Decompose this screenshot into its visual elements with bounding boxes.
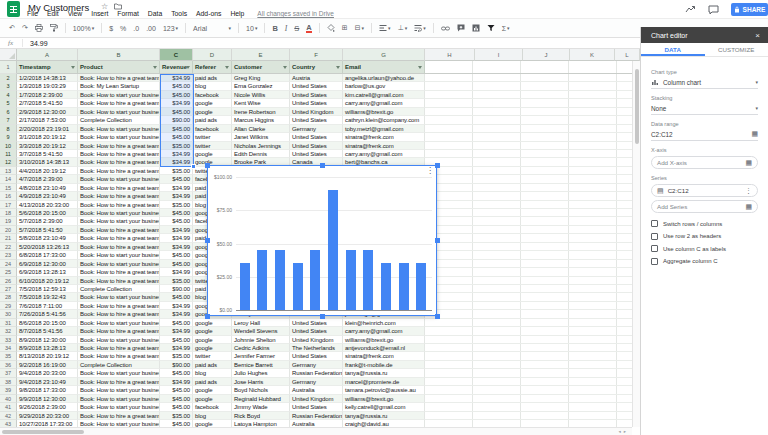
cell[interactable]: 4/13/2018 20:33:00 [17, 201, 78, 209]
cell[interactable]: Book: How to start your business? [78, 319, 160, 327]
cell[interactable]: Nicole Willis [232, 91, 290, 99]
insert-comment-icon[interactable] [457, 24, 465, 32]
cell[interactable]: Johnnie Shelton [232, 336, 290, 344]
row-number[interactable]: 11 [0, 150, 17, 158]
checkbox-icon[interactable] [651, 245, 658, 252]
cell[interactable]: 4/9/2018 23:10:49 [17, 192, 78, 200]
cell[interactable]: $45.00 [160, 336, 193, 344]
cell[interactable]: carry.amy@gmail.com [343, 99, 425, 107]
row-number[interactable]: 2 [0, 74, 17, 82]
cell[interactable]: google [193, 319, 232, 327]
insert-chart-icon[interactable] [472, 24, 480, 32]
cell[interactable]: paid ads [193, 361, 232, 369]
cell[interactable]: google [193, 99, 232, 107]
cell[interactable]: Book: How to hire a great team? [78, 184, 160, 192]
cell[interactable]: Book: How to hire a great team? [78, 378, 160, 386]
row-number[interactable]: 5 [0, 99, 17, 107]
cell[interactable]: United States [290, 352, 343, 360]
cell[interactable]: United States [290, 142, 343, 150]
cell[interactable]: United States [290, 82, 343, 90]
chart-resize-handle[interactable] [320, 314, 325, 319]
vertical-scrollbar[interactable] [632, 61, 640, 427]
row-number[interactable]: 12 [0, 158, 17, 166]
column-header-L[interactable]: L [615, 49, 640, 61]
row-number[interactable]: 40 [0, 395, 17, 403]
cell[interactable]: United States [290, 403, 343, 411]
cell[interactable]: $45.00 [160, 319, 193, 327]
header-cell-revenue[interactable]: Revenue [160, 61, 193, 74]
cell[interactable]: sinatra@frenk.com [343, 352, 425, 360]
row-number[interactable]: 7 [0, 116, 17, 124]
cell[interactable]: Complete Collection [78, 116, 160, 124]
cell[interactable]: google [193, 344, 232, 352]
cell[interactable]: Leroy Hall [232, 319, 290, 327]
cell[interactable]: facebook [193, 125, 232, 133]
cell[interactable]: 9/4/2018 20:33:00 [17, 369, 78, 377]
data-range-input[interactable]: C2:C12▦ [651, 128, 758, 141]
vertical-align-icon[interactable]: ⊥▾ [398, 24, 408, 32]
row-number[interactable]: 32 [0, 327, 17, 335]
row-number[interactable]: 16 [0, 192, 17, 200]
cell[interactable]: $45.00 [160, 403, 193, 411]
chart-bar[interactable] [275, 250, 285, 310]
cell[interactable]: Book: How to hire a great team? [78, 412, 160, 420]
chart-resize-handle[interactable] [435, 314, 440, 319]
cell[interactable]: $35.00 [160, 352, 193, 360]
cell[interactable]: 9/9/2018 12:30:00 [17, 395, 78, 403]
cell[interactable]: 3/3/2018 20:19:12 [17, 142, 78, 150]
row-number[interactable]: 25 [0, 268, 17, 276]
cell[interactable]: $35.00 [160, 412, 193, 420]
cell[interactable]: 7/5/2018 12:59:13 [17, 285, 78, 293]
cell[interactable]: Book: How to hire a great team? [78, 201, 160, 209]
row-number[interactable]: 29 [0, 302, 17, 310]
cell[interactable]: Germany [290, 378, 343, 386]
cell[interactable]: 9/8/2018 17:33:00 [17, 386, 78, 394]
cell[interactable]: 2/7/2018 5:41:50 [17, 99, 78, 107]
column-header-J[interactable]: J [523, 49, 570, 61]
cell[interactable]: 9/29/2018 20:33:00 [17, 412, 78, 420]
cell[interactable]: paid ads [193, 116, 232, 124]
cell[interactable]: 5/7/2018 2:39:00 [17, 217, 78, 225]
menu-add-ons[interactable]: Add-ons [196, 10, 221, 17]
column-header-D[interactable]: D [193, 49, 232, 61]
cell[interactable]: $45.00 [160, 386, 193, 394]
borders-icon[interactable]: ⊞ [342, 24, 348, 32]
cell[interactable]: Book: How to hire a great team? [78, 226, 160, 234]
cell[interactable]: Germany [290, 125, 343, 133]
cell[interactable]: United States [290, 99, 343, 107]
row-number[interactable]: 27 [0, 285, 17, 293]
row-number[interactable]: 37 [0, 369, 17, 377]
cell[interactable]: Russian Federation [290, 412, 343, 420]
cell[interactable]: carry.amy@gmail.com [343, 150, 425, 158]
column-header-B[interactable]: B [78, 49, 160, 61]
header-cell-timestamp[interactable]: Timestamp [17, 61, 78, 74]
cell[interactable]: Jose Harris [232, 378, 290, 386]
cell[interactable]: angelika.urlaun@yahoo.de [343, 74, 425, 82]
cell[interactable]: 4/8/2018 23:10:49 [17, 184, 78, 192]
cell[interactable]: Book: How to hire a great team? [78, 192, 160, 200]
cell[interactable]: $34.99 [160, 234, 193, 242]
menu-tools[interactable]: Tools [171, 10, 187, 17]
cell[interactable]: facebook [193, 91, 232, 99]
menu-edit[interactable]: Edit [47, 10, 59, 17]
cell[interactable]: Edith Dennis [232, 150, 290, 158]
cell[interactable]: $34.99 [160, 184, 193, 192]
fill-handle[interactable] [191, 164, 196, 169]
cell[interactable]: 9/4/2018 23:10:49 [17, 378, 78, 386]
cell[interactable]: 8/13/2018 20:19:12 [17, 352, 78, 360]
cell[interactable]: Book: How to hire a great team? [78, 99, 160, 107]
cell[interactable]: $45.00 [160, 175, 193, 183]
row-number[interactable]: 36 [0, 361, 17, 369]
chart-resize-handle[interactable] [320, 163, 325, 168]
header-cell-product[interactable]: Product [78, 61, 160, 74]
cell[interactable]: paid ads [193, 74, 232, 82]
menu-insert[interactable]: Insert [91, 10, 108, 17]
row-number[interactable]: 21 [0, 234, 17, 242]
cell[interactable]: $34.99 [160, 243, 193, 251]
cell[interactable]: Boyd Nichols [232, 386, 290, 394]
cell[interactable]: Bernice Barrett [232, 361, 290, 369]
cell[interactable]: Austria [290, 74, 343, 82]
cell[interactable]: Book: How to start your business? [78, 125, 160, 133]
menu-view[interactable]: View [68, 10, 83, 17]
row-number[interactable]: 24 [0, 260, 17, 268]
